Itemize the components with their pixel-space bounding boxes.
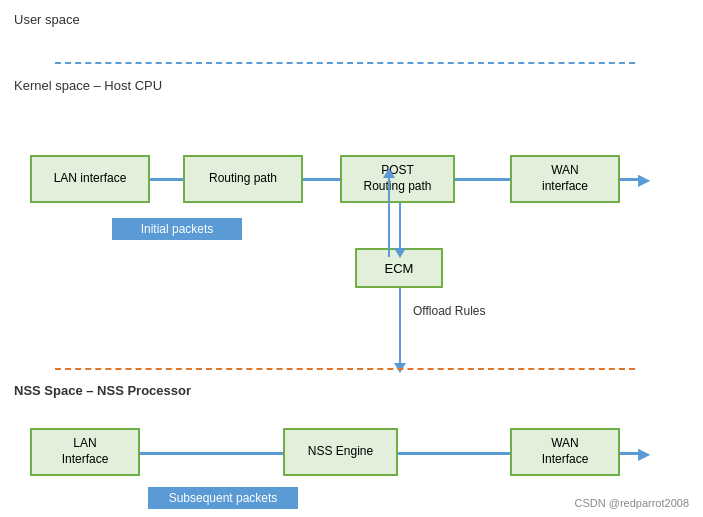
- lan-interface-top-box: LAN interface: [30, 155, 150, 203]
- nss-dashed-line: [55, 368, 635, 370]
- credit-text: CSDN @redparrot2008: [575, 497, 690, 509]
- lan-interface-bottom-box: LAN Interface: [30, 428, 140, 476]
- offload-rules-text: Offload Rules: [413, 303, 486, 320]
- post-routing-box: POST Routing path: [340, 155, 455, 203]
- ecm-to-nss-arrow: [394, 288, 406, 373]
- kernel-space-label: Kernel space – Host CPU: [14, 78, 162, 93]
- subsequent-packets-label: Subsequent packets: [148, 487, 298, 509]
- nss-engine-box: NSS Engine: [283, 428, 398, 476]
- ecm-to-post-routing-arrow: [383, 168, 395, 257]
- diagram: User space Kernel space – Host CPU LAN i…: [0, 0, 703, 517]
- post-routing-to-ecm-arrow: [394, 203, 406, 258]
- user-space-dashed-line: [55, 62, 635, 64]
- user-space-label: User space: [14, 12, 80, 27]
- nss-space-label: NSS Space – NSS Processor: [14, 383, 191, 398]
- wan-interface-bottom-box: WAN Interface: [510, 428, 620, 476]
- routing-path-box: Routing path: [183, 155, 303, 203]
- initial-packets-label: Initial packets: [112, 218, 242, 240]
- wan-interface-top-box: WAN interface: [510, 155, 620, 203]
